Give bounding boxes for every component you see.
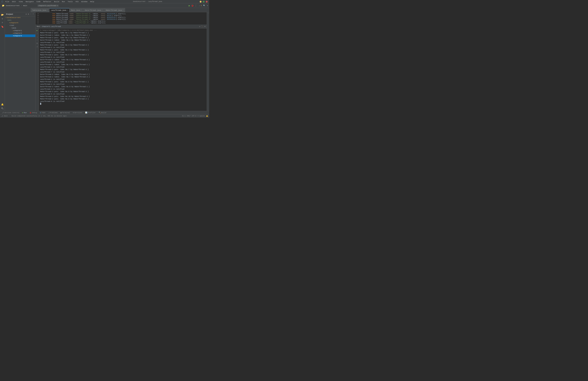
status-linesep[interactable]: CRLF bbox=[187, 115, 190, 117]
menu-tools[interactable]: Tools bbox=[66, 0, 74, 3]
warning-count: 1 bbox=[201, 5, 202, 6]
menu-window[interactable]: Window bbox=[80, 0, 89, 3]
console-out-10: MakerThread-2 puts Cake No.5 by MakerThr… bbox=[40, 54, 206, 56]
tree-javaconcurrent[interactable]: ▾ JavaConcurrent bbox=[5, 16, 35, 19]
profiler-label: Profiler bbox=[88, 112, 96, 114]
tree-chapter5-label: chapter5 bbox=[14, 35, 22, 37]
tab-lazythread[interactable]: LazyThread.java × bbox=[49, 8, 69, 12]
sidebar-collapse-btn[interactable]: — bbox=[30, 13, 32, 16]
scroll-bottom-icon[interactable]: ⤵ bbox=[37, 36, 38, 39]
menu-bar: ⬡ File Edit View Navigate Code Refactor … bbox=[0, 0, 209, 3]
git-branch-icon: ⎇ bbox=[1, 115, 3, 117]
code-line-34: 34 new LazyThread( name: "LazyThread-2",… bbox=[36, 22, 207, 24]
status-position[interactable]: 31:1 bbox=[182, 115, 186, 117]
project-icon: 📁 bbox=[1, 4, 5, 7]
tree-src[interactable]: ▾ src bbox=[5, 19, 35, 21]
debug-tab-icon: 🐞 bbox=[29, 112, 32, 114]
tab-main[interactable]: Main.java × bbox=[69, 8, 83, 12]
tab-main-close[interactable]: × bbox=[81, 9, 82, 11]
sidebar-expand-btn[interactable]: ⊞ bbox=[27, 13, 29, 16]
tab-lazythread-close[interactable]: × bbox=[67, 9, 68, 11]
tool-services[interactable]: ⚙ Services bbox=[71, 111, 84, 114]
tool-todo[interactable]: 1 TODO bbox=[39, 111, 46, 114]
tree-chapter1[interactable]: ▸ chapter1 bbox=[5, 29, 35, 32]
console-out-22: LazyThread-2 is notified bbox=[40, 83, 206, 85]
tool-version-control[interactable]: ⎇ Version Control bbox=[0, 111, 21, 114]
menu-code[interactable]: Code bbox=[35, 0, 42, 3]
search-everywhere-icon[interactable]: 🔍 bbox=[203, 5, 205, 7]
menu-view[interactable]: View bbox=[18, 0, 24, 3]
line-num-30: 30 bbox=[36, 15, 40, 17]
tabs-bar: TableJava.java × LazyThread.java × Main.… bbox=[0, 8, 209, 12]
console-settings-btn[interactable]: ⚙ bbox=[204, 25, 206, 28]
tab-tablejava[interactable]: TableJava.java × bbox=[31, 8, 49, 12]
tool-build[interactable]: 🔨 Build bbox=[97, 111, 107, 114]
tool-terminal[interactable]: ▣ Terminal bbox=[59, 111, 71, 114]
cursor bbox=[40, 103, 41, 105]
tab-eaterthread-close[interactable]: × bbox=[102, 9, 103, 11]
right-panel-label: ≡ bbox=[207, 13, 209, 14]
menu-help[interactable]: Help bbox=[89, 0, 95, 3]
bookmarks-icon[interactable]: 🔖 bbox=[0, 25, 4, 28]
scroll-top-icon[interactable]: ⤴ bbox=[37, 32, 38, 35]
minimize-btn[interactable] bbox=[200, 1, 202, 3]
menu-run[interactable]: Run bbox=[61, 0, 66, 3]
run-side-icon[interactable]: ▶ bbox=[36, 29, 38, 32]
tab-eaterthread[interactable]: EaterThread.java × bbox=[83, 8, 104, 12]
tree-root-label: root bbox=[10, 24, 14, 26]
code-line-29: 29 new MakerThread( name: "MakerThread-3… bbox=[36, 13, 207, 15]
console-out-8: MakerThread-1 puts Cake No.4 by MakerThr… bbox=[40, 49, 206, 51]
maximize-btn[interactable] bbox=[203, 1, 205, 3]
console-stop-btn[interactable]: ⬛ bbox=[201, 25, 204, 28]
code-text-33: new LazyThread( name: "LazyThread-1", ta… bbox=[40, 20, 106, 22]
soft-wrap-icon[interactable]: ⏎ bbox=[36, 39, 38, 42]
tab-makerthread[interactable]: MakerThread.java × bbox=[104, 8, 125, 12]
sidebar-close-btn[interactable]: × bbox=[32, 13, 34, 16]
close-btn[interactable] bbox=[206, 1, 208, 3]
run-config-badge[interactable]: chapter5.LazyThread ▾ bbox=[38, 5, 59, 7]
console-out-6: MakerThread-3 puts Cake No.3 by MakerThr… bbox=[40, 44, 206, 46]
commit-icon[interactable]: ⊙ bbox=[0, 17, 4, 21]
menu-refactor[interactable]: Refactor bbox=[42, 0, 53, 3]
tab-main-label: Main.java bbox=[71, 9, 80, 11]
menu-edit[interactable]: Edit bbox=[11, 0, 17, 3]
tree-root[interactable]: ▾ root bbox=[5, 24, 35, 27]
menu-build[interactable]: Build bbox=[53, 0, 60, 3]
console-out-29: LazyThread-6 is notified bbox=[40, 100, 206, 103]
sidebar-header: Project ⚙ ⊞ — × bbox=[5, 12, 35, 16]
tree-chapter5-top[interactable]: ▾ chapter5 bbox=[5, 21, 35, 24]
menu-navigate[interactable]: Navigate bbox=[24, 0, 35, 3]
settings-icon[interactable]: ⚙ bbox=[207, 5, 208, 7]
tree-chapter5[interactable]: ▾ chapter5 bbox=[5, 34, 35, 37]
print-icon[interactable]: 🖨 bbox=[36, 45, 39, 48]
tool-run[interactable]: ▶ Run bbox=[21, 111, 28, 114]
tab-makerthread-close[interactable]: × bbox=[123, 9, 124, 11]
project-sidebar: Project ⚙ ⊞ — × ▾ JavaConcurrent ▾ src ▾… bbox=[5, 12, 36, 111]
more-actions-btn[interactable]: ⋮ bbox=[195, 4, 197, 7]
notifications-icon[interactable]: 🔔 bbox=[0, 103, 4, 106]
console-cmd-line: C:\Users\dingyi\.jdks\temurin-1.8.0_322\… bbox=[40, 29, 206, 32]
tree-java[interactable]: ▾ java bbox=[5, 27, 35, 29]
status-encoding[interactable]: UTF-8 bbox=[192, 115, 196, 117]
plugins-icon[interactable]: 🔌 bbox=[0, 106, 4, 110]
build-icon: 🔨 bbox=[99, 112, 101, 114]
console-output[interactable]: C:\Users\dingyi\.jdks\temurin-1.8.0_322\… bbox=[39, 28, 207, 111]
tree-chapter2[interactable]: ▸ chapter2 bbox=[5, 32, 35, 34]
tool-debug[interactable]: 🐞 Debug bbox=[28, 111, 38, 114]
tab-tablejava-close[interactable]: × bbox=[47, 9, 48, 11]
run-btn[interactable]: ▶ bbox=[189, 4, 190, 7]
debug-btn[interactable]: 🐞 bbox=[191, 4, 194, 7]
structure-icon[interactable]: ≡ bbox=[0, 21, 4, 24]
menu-vcs[interactable]: VCS bbox=[74, 0, 80, 3]
services-icon: ⚙ bbox=[73, 112, 74, 114]
code-line-32: 32 new EaterThread( name: "EaterThread-3… bbox=[36, 18, 207, 20]
project-view-icon[interactable]: 📂 bbox=[0, 13, 4, 17]
status-indent[interactable]: 4 spaces bbox=[198, 115, 205, 117]
tool-profiler[interactable]: 📊 Profiler bbox=[84, 111, 97, 114]
sidebar-gear-btn[interactable]: ⚙ bbox=[25, 13, 27, 16]
tool-problems[interactable]: ⚠ Problems bbox=[47, 111, 59, 114]
menu-file[interactable]: File bbox=[4, 0, 10, 3]
console-rerun-btn[interactable]: ↺ bbox=[199, 25, 200, 28]
tab-tablejava-label: TableJava.java bbox=[32, 9, 46, 11]
clear-console-icon[interactable]: 🗑 bbox=[36, 42, 39, 45]
